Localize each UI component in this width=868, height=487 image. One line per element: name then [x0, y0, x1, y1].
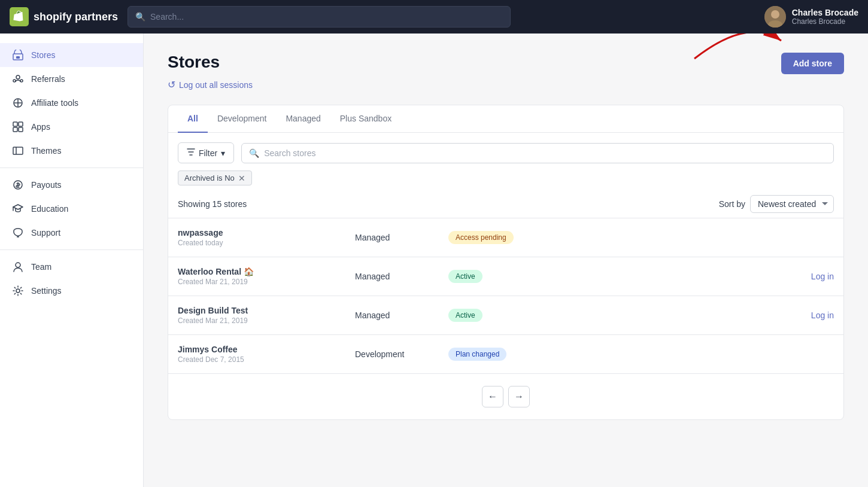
sidebar-divider-2 — [0, 249, 143, 250]
sidebar-item-label-apps: Apps — [31, 122, 50, 132]
store-row: Waterloo Rental 🏠 Created Mar 21, 2019 M… — [168, 257, 843, 296]
status-badge: Access pending — [448, 231, 514, 244]
logout-all-sessions[interactable]: ↺ Log out all sessions — [168, 79, 844, 90]
team-icon — [12, 261, 24, 273]
payouts-icon — [12, 179, 24, 191]
sidebar-item-label-stores: Stores — [31, 50, 55, 60]
sort-control: Sort by Newest created Oldest created Al… — [719, 195, 834, 213]
sort-select[interactable]: Newest created Oldest created Alphabetic… — [750, 195, 834, 213]
store-row: nwpassage Created today Managed Access p… — [168, 218, 843, 257]
global-search[interactable]: 🔍 — [128, 6, 511, 28]
filter-tag-remove[interactable]: ✕ — [238, 174, 245, 182]
filter-tag-label: Archived is No — [184, 174, 235, 182]
top-navigation: shopify partners 🔍 Charles Brocade Charl… — [0, 0, 868, 34]
filter-button[interactable]: Filter ▾ — [178, 142, 234, 163]
store-type: Managed — [355, 233, 439, 242]
user-name: Charles Brocade — [792, 8, 858, 17]
sidebar: Stores Referrals Affiliate tools Apps Th… — [0, 34, 144, 487]
sidebar-item-label-team: Team — [31, 262, 51, 272]
store-name: Waterloo Rental 🏠 — [178, 267, 345, 276]
user-sub: Charles Brocade — [792, 17, 858, 26]
svg-point-6 — [16, 75, 20, 79]
support-icon — [12, 227, 24, 239]
stores-count: Showing 15 stores — [178, 199, 247, 209]
store-row: Design Build Test Created Mar 21, 2019 M… — [168, 296, 843, 334]
sidebar-item-label-referrals: Referrals — [31, 74, 65, 84]
filter-chevron-icon: ▾ — [221, 148, 225, 158]
user-profile[interactable]: Charles Brocade Charles Brocade — [764, 6, 858, 28]
login-link-design-build[interactable]: Log in — [811, 311, 834, 320]
sidebar-item-apps[interactable]: Apps — [0, 115, 143, 139]
svg-rect-5 — [16, 56, 20, 59]
svg-rect-14 — [13, 147, 23, 154]
stores-card: All Development Managed Plus Sandbox Fil… — [168, 105, 844, 420]
svg-rect-10 — [13, 122, 17, 126]
sidebar-item-themes[interactable]: Themes — [0, 139, 143, 163]
status-badge: Active — [448, 270, 482, 283]
logout-label: Log out all sessions — [179, 80, 253, 90]
store-search[interactable]: 🔍 — [241, 143, 834, 163]
sort-label: Sort by — [719, 199, 745, 209]
add-store-button[interactable]: Add store — [781, 53, 844, 74]
sidebar-item-label-education: Education — [31, 204, 68, 214]
logout-icon: ↺ — [168, 79, 175, 90]
sidebar-item-stores[interactable]: Stores — [0, 43, 143, 67]
page-header: Stores Add store — [168, 53, 844, 74]
sidebar-item-settings[interactable]: Settings — [0, 279, 143, 303]
logo: shopify partners — [10, 7, 118, 26]
filter-icon — [187, 148, 195, 158]
store-type: Managed — [355, 311, 439, 320]
avatar — [764, 6, 786, 28]
referrals-icon — [12, 73, 24, 85]
store-row: Jimmys Coffee Created Dec 7, 2015 Develo… — [168, 334, 843, 373]
sidebar-item-label-settings: Settings — [31, 286, 62, 296]
search-stores-input[interactable] — [264, 148, 826, 158]
sidebar-item-affiliate-tools[interactable]: Affiliate tools — [0, 91, 143, 115]
store-tabs: All Development Managed Plus Sandbox — [168, 105, 843, 133]
themes-icon — [12, 145, 24, 157]
store-created: Created Dec 7, 2015 — [178, 355, 345, 364]
store-info-waterloo: Waterloo Rental 🏠 Created Mar 21, 2019 — [178, 267, 345, 286]
status-badge: Plan changed — [448, 348, 506, 361]
annotation-arrow — [676, 34, 796, 65]
logo-text: shopify partners — [34, 11, 118, 23]
next-page-button[interactable]: → — [508, 386, 530, 407]
sidebar-divider-1 — [0, 168, 143, 168]
user-text: Charles Brocade Charles Brocade — [792, 8, 858, 26]
apps-icon — [12, 121, 24, 133]
svg-point-2 — [771, 10, 779, 19]
login-link-waterloo[interactable]: Log in — [811, 272, 834, 281]
pagination: ← → — [168, 373, 843, 419]
sidebar-item-referrals[interactable]: Referrals — [0, 67, 143, 91]
tab-managed[interactable]: Managed — [276, 105, 330, 133]
sidebar-item-education[interactable]: Education — [0, 197, 143, 221]
store-info-jimmys: Jimmys Coffee Created Dec 7, 2015 — [178, 345, 345, 364]
tab-plus-sandbox[interactable]: Plus Sandbox — [330, 105, 401, 133]
store-type: Development — [355, 349, 439, 359]
sidebar-item-team[interactable]: Team — [0, 255, 143, 279]
sidebar-item-label-themes: Themes — [31, 146, 62, 156]
filter-label: Filter — [199, 148, 217, 158]
svg-point-17 — [16, 289, 20, 293]
sidebar-item-label-affiliate-tools: Affiliate tools — [31, 98, 78, 108]
search-icon-stores: 🔍 — [249, 148, 259, 158]
store-info-design-build: Design Build Test Created Mar 21, 2019 — [178, 306, 345, 325]
stores-icon — [12, 49, 24, 61]
filter-tag-archived: Archived is No ✕ — [178, 171, 252, 185]
page-title: Stores — [168, 53, 220, 72]
search-input[interactable] — [150, 12, 503, 22]
store-name: nwpassage — [178, 228, 345, 238]
table-meta: Showing 15 stores Sort by Newest created… — [168, 185, 843, 218]
store-type: Managed — [355, 272, 439, 281]
tab-development[interactable]: Development — [208, 105, 277, 133]
sidebar-item-payouts[interactable]: Payouts — [0, 173, 143, 197]
sidebar-item-label-payouts: Payouts — [31, 180, 62, 190]
store-created: Created Mar 21, 2019 — [178, 316, 345, 325]
store-name: Design Build Test — [178, 306, 345, 315]
sidebar-item-support[interactable]: Support — [0, 221, 143, 245]
svg-point-16 — [16, 263, 20, 267]
tab-all[interactable]: All — [178, 105, 208, 133]
svg-rect-11 — [19, 122, 23, 126]
prev-page-button[interactable]: ← — [482, 386, 503, 407]
sidebar-item-label-support: Support — [31, 228, 60, 238]
